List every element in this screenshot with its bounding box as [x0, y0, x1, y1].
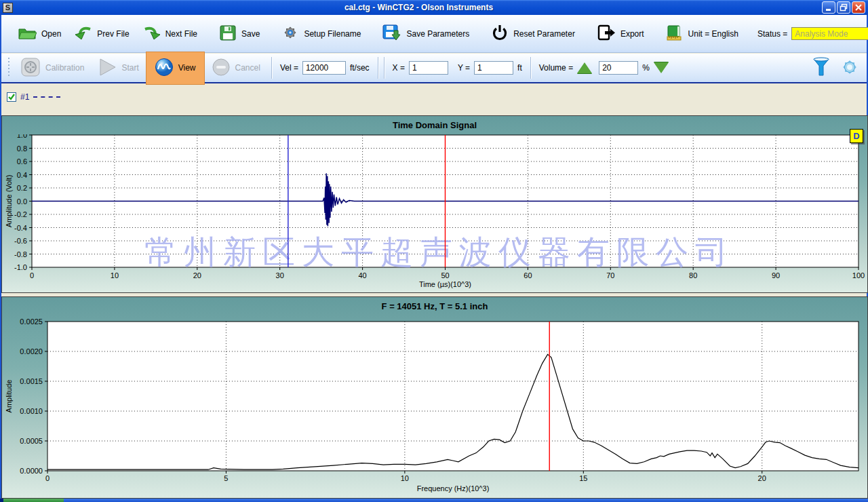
book-ruler-icon	[666, 24, 684, 43]
document-export-icon	[597, 24, 616, 43]
frequency-spectrum-plot[interactable]: 051015200.00250.00200.00150.00100.00050.…	[2, 315, 867, 498]
open-button[interactable]: Open	[11, 22, 68, 45]
power-icon	[491, 24, 509, 43]
svg-text:10: 10	[401, 474, 409, 482]
svg-text:0.0025: 0.0025	[20, 317, 43, 326]
svg-text:60: 60	[524, 271, 532, 279]
svg-text:70: 70	[606, 271, 614, 279]
progress-segment	[3, 499, 64, 502]
setup-filename-button[interactable]: Setup Filename	[275, 21, 368, 46]
close-button[interactable]	[852, 1, 865, 14]
svg-text:常州新区大平超声波仪器有限公司: 常州新区大平超声波仪器有限公司	[144, 234, 734, 270]
save-parameters-button[interactable]: Save Parameters	[376, 21, 476, 46]
volume-input[interactable]	[599, 61, 638, 75]
volume-down-button[interactable]	[654, 62, 669, 73]
svg-text:0.0000: 0.0000	[20, 467, 43, 475]
x-input[interactable]	[409, 61, 448, 75]
main-toolbar: Open Prev File Next File Save	[1, 15, 867, 53]
d-mode-button[interactable]: D	[850, 129, 863, 143]
frequency-spectrum-chart: F = 14051 Hz, T = 5.1 inch 051015200.002…	[1, 296, 868, 499]
app-icon[interactable]: S	[3, 3, 13, 13]
svg-text:0: 0	[30, 271, 34, 279]
velocity-unit: ft/sec	[350, 63, 370, 73]
window-bottom-border	[0, 499, 868, 502]
svg-text:0.0020: 0.0020	[20, 347, 43, 355]
svg-text:30: 30	[276, 271, 284, 279]
svg-text:-0.8: -0.8	[14, 250, 27, 258]
channel-1-line-sample	[33, 96, 60, 98]
xy-unit: ft	[517, 63, 522, 73]
svg-text:Time (µs)(10^3): Time (µs)(10^3)	[419, 280, 471, 288]
svg-text:1.0: 1.0	[17, 134, 27, 139]
prev-file-button[interactable]: Prev File	[68, 22, 136, 45]
svg-text:90: 90	[772, 271, 780, 279]
status-input[interactable]	[791, 27, 868, 40]
status-label: Status =	[757, 29, 787, 39]
svg-text:-1.0: -1.0	[14, 263, 27, 271]
channel-1-checkbox[interactable]	[7, 92, 16, 102]
svg-text:20: 20	[193, 271, 201, 279]
waveform-orb-icon	[155, 58, 174, 79]
control-toolbar: Calibration Start View Cancel	[1, 54, 867, 83]
next-file-button[interactable]: Next File	[136, 22, 204, 45]
time-domain-chart: Time Domain Signal 010203040506070809010…	[1, 115, 868, 293]
svg-text:Amplitude (Volt): Amplitude (Volt)	[5, 175, 13, 228]
play-icon	[98, 57, 117, 79]
velocity-input[interactable]	[302, 61, 346, 75]
app-window: S cal.ctg - WinCTG2 - Olson Instruments …	[0, 0, 868, 502]
svg-text:5: 5	[224, 474, 228, 482]
x-label: X =	[393, 63, 405, 73]
toolbar-separator	[271, 57, 272, 79]
svg-text:-0.4: -0.4	[14, 224, 27, 232]
volume-up-button[interactable]	[577, 62, 592, 73]
unit-button[interactable]: Unit = English	[659, 21, 745, 46]
svg-text:0.0010: 0.0010	[20, 407, 43, 415]
spectrum-chart-title: F = 14051 Hz, T = 5.1 inch	[2, 297, 867, 315]
title-bar: S cal.ctg - WinCTG2 - Olson Instruments	[0, 0, 868, 15]
y-input[interactable]	[474, 61, 513, 75]
blue-floppy-arrow-icon	[382, 24, 401, 43]
svg-text:0: 0	[45, 474, 50, 482]
curved-arrow-left-icon	[75, 24, 92, 43]
circle-minus-icon	[212, 58, 231, 79]
settings-gear-icon[interactable]	[840, 57, 860, 79]
export-button[interactable]: Export	[590, 22, 651, 46]
y-label: Y =	[458, 63, 470, 73]
svg-text:Frequency (Hz)(10^3): Frequency (Hz)(10^3)	[417, 484, 490, 493]
svg-text:0.8: 0.8	[17, 144, 27, 153]
time-domain-plot[interactable]: 01020304050607080901001.00.80.60.40.20.0…	[2, 134, 867, 292]
toolbar-grip[interactable]	[8, 58, 11, 78]
svg-text:0.4: 0.4	[17, 171, 27, 179]
save-button[interactable]: Save	[212, 22, 267, 46]
view-button[interactable]: View	[146, 52, 205, 85]
velocity-label: Vel =	[280, 63, 298, 73]
start-button[interactable]: Start	[91, 54, 145, 82]
svg-text:100: 100	[852, 271, 865, 279]
svg-text:50: 50	[441, 271, 449, 279]
toolbar-separator	[530, 57, 531, 79]
channel-legend: #1	[7, 92, 60, 102]
svg-text:0.0005: 0.0005	[20, 437, 43, 445]
curved-arrow-right-icon	[143, 24, 161, 43]
svg-text:0.0015: 0.0015	[20, 377, 43, 385]
svg-text:80: 80	[689, 271, 697, 279]
cancel-button[interactable]: Cancel	[205, 55, 267, 81]
volume-label: Volume =	[539, 63, 573, 73]
channel-1-label: #1	[20, 92, 29, 102]
toolbar-separator	[378, 57, 378, 79]
time-domain-chart-title: Time Domain Signal	[2, 116, 867, 134]
reset-parameter-button[interactable]: Reset Parameter	[484, 21, 582, 46]
gear-icon	[281, 24, 299, 43]
calibration-button[interactable]: Calibration	[14, 54, 91, 82]
svg-text:15: 15	[579, 474, 587, 482]
svg-text:0.2: 0.2	[17, 184, 27, 192]
volume-unit: %	[642, 63, 650, 73]
minimize-button[interactable]	[822, 1, 835, 14]
restore-button[interactable]	[837, 1, 850, 14]
svg-text:20: 20	[758, 474, 766, 482]
open-folder-icon	[18, 24, 37, 43]
toolbar-separator	[384, 57, 384, 79]
filter-funnel-icon[interactable]	[812, 57, 830, 79]
svg-text:0.0: 0.0	[17, 197, 27, 206]
green-floppy-icon	[219, 24, 237, 43]
